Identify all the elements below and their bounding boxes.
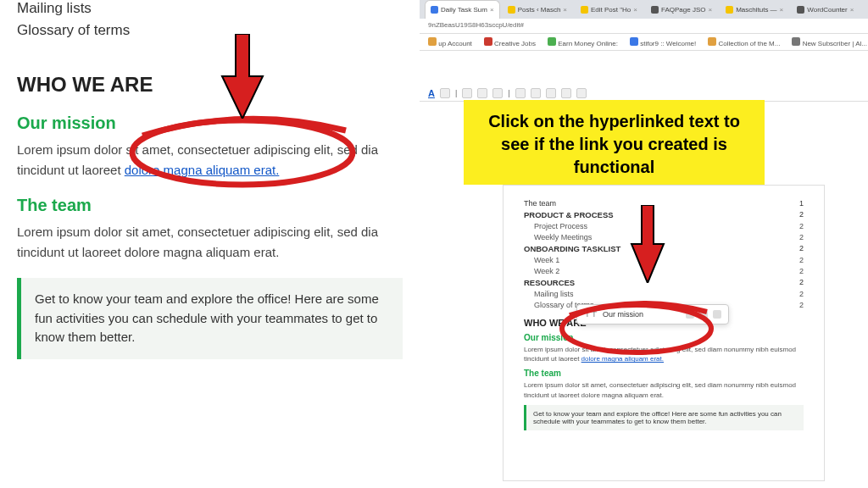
insert-image-icon[interactable] xyxy=(492,88,503,98)
doc-heading-team: The team xyxy=(524,369,804,378)
toc-label: The team xyxy=(524,199,556,208)
tab-posts[interactable]: Posts ‹ Masch× xyxy=(502,0,573,19)
gdocs-toolbar: A | | xyxy=(420,85,868,102)
red-circle-annotation xyxy=(553,297,721,359)
gdocs-icon xyxy=(431,6,438,14)
nav-mailing-lists[interactable]: Mailing lists xyxy=(17,0,403,17)
bookmark-icon xyxy=(708,37,716,46)
svg-marker-0 xyxy=(222,34,263,119)
bookmark-item[interactable]: Creative Jobs xyxy=(484,37,536,47)
close-icon[interactable]: × xyxy=(780,6,784,14)
site-icon xyxy=(508,6,515,14)
tab-daily-task[interactable]: Daily Task Sum× xyxy=(425,0,500,19)
toc-label: Week 1 xyxy=(534,256,559,264)
nav-glossary[interactable]: Glossary of terms xyxy=(17,22,403,39)
close-icon[interactable]: × xyxy=(633,6,637,14)
tab-maschituts[interactable]: Maschituts —× xyxy=(720,0,789,19)
list-icon[interactable] xyxy=(546,88,556,98)
toc-page-number: 2 xyxy=(799,210,804,219)
bookmark-icon xyxy=(428,37,437,46)
site-icon xyxy=(726,6,733,14)
close-icon[interactable]: × xyxy=(563,6,567,14)
bookmark-item[interactable]: Earn Money Online: xyxy=(548,37,618,47)
doc-team-text: Lorem ipsum dolor sit amet, consectetuer… xyxy=(524,380,804,399)
code-icon xyxy=(651,6,659,14)
close-icon[interactable]: × xyxy=(850,6,854,14)
toc-label: PRODUCT & PROCESS xyxy=(524,210,614,219)
divider: | xyxy=(455,89,457,97)
bookmark-icon xyxy=(484,37,492,46)
bookmark-icon xyxy=(630,37,638,46)
heading-the-team: The team xyxy=(17,196,403,215)
tab-wordcounter[interactable]: WordCounter× xyxy=(791,0,860,19)
address-bar[interactable]: 9nZBeasU19S8H63sccpU/edit# xyxy=(420,19,868,34)
tab-edit-post[interactable]: Edit Post "Ho× xyxy=(575,0,643,19)
toc-page-number: 2 xyxy=(799,290,804,298)
toc-page-number: 2 xyxy=(799,256,804,264)
toc-page-number: 1 xyxy=(799,199,804,208)
callout-box: Get to know your team and explore the of… xyxy=(17,278,403,359)
bookmark-item[interactable]: Collection of the M... xyxy=(708,37,780,47)
toc-page-number: 2 xyxy=(799,233,804,241)
heading-who-we-are: WHO WE ARE xyxy=(17,73,403,97)
line-spacing-icon[interactable] xyxy=(531,88,541,98)
red-arrow-annotation xyxy=(219,34,266,119)
bookmark-icon xyxy=(792,37,800,46)
toc-page-number: 2 xyxy=(799,301,804,309)
toc-label: ONBOARDING TASKLIST xyxy=(524,244,620,253)
left-document-zoom: Mailing lists Glossary of terms WHO WE A… xyxy=(0,0,420,488)
divider: | xyxy=(508,89,509,97)
red-circle-annotation xyxy=(117,110,367,191)
toc-page-number: 2 xyxy=(799,222,804,230)
numbered-list-icon[interactable] xyxy=(561,88,571,98)
bookmarks-bar: up Account Creative Jobs Earn Money Onli… xyxy=(420,34,868,51)
comment-icon[interactable] xyxy=(477,88,487,98)
site-icon xyxy=(581,6,588,14)
mission-text-b: tincidunt ut laoreet xyxy=(17,163,121,177)
bookmark-item[interactable]: stifor9 :: Welcome! xyxy=(630,37,696,47)
toc-label: Project Process xyxy=(534,222,587,230)
toc-page-number: 2 xyxy=(799,267,804,275)
toc-label: Weekly Meetings xyxy=(534,233,592,241)
close-icon[interactable]: × xyxy=(490,6,494,14)
insert-link-icon[interactable] xyxy=(462,88,472,98)
doc-callout: Get to know your team and explore the of… xyxy=(524,405,804,430)
toc-page-number: 2 xyxy=(799,278,804,287)
browser-tabstrip: Daily Task Sum× Posts ‹ Masch× Edit Post… xyxy=(420,0,868,19)
toc-label: RESOURCES xyxy=(524,278,575,287)
bookmark-item[interactable]: up Account xyxy=(428,37,472,47)
close-icon[interactable]: × xyxy=(708,6,712,14)
team-paragraph: Lorem ipsum dolor sit amet, consectetuer… xyxy=(17,222,403,263)
bookmark-icon xyxy=(548,37,556,46)
w-icon xyxy=(797,6,804,14)
text-color-button[interactable]: A xyxy=(428,88,435,98)
bookmark-item[interactable]: New Subscriber | Al... xyxy=(792,37,867,47)
toc-label: Week 2 xyxy=(534,267,559,275)
toc-page-number: 2 xyxy=(799,244,804,253)
tab-faqpage[interactable]: FAQPage JSO× xyxy=(645,0,718,19)
highlight-icon[interactable] xyxy=(440,88,450,98)
svg-marker-1 xyxy=(632,205,664,283)
align-icon[interactable] xyxy=(515,88,526,98)
indent-icon[interactable] xyxy=(576,88,587,98)
red-arrow-annotation xyxy=(629,205,666,283)
instruction-callout: Click on the hyperlinked text to see if … xyxy=(464,100,765,185)
